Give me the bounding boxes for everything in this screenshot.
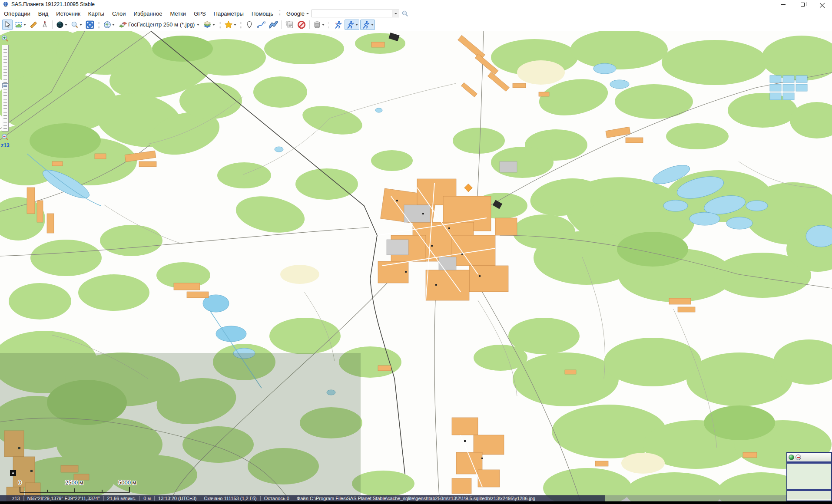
minimize-button[interactable]: [773, 0, 793, 9]
ruler-icon: [30, 21, 37, 29]
menu-settings[interactable]: Параметры: [210, 10, 248, 18]
placemark-manager-button[interactable]: [284, 20, 295, 30]
night-mode-globe-button[interactable]: [55, 20, 69, 30]
close-button[interactable]: [812, 0, 832, 9]
map-viewport[interactable]: 0 2500 м 5000 м z13: [0, 31, 832, 504]
status-bar: z13 N55°28'29,1379" E39°22'11,3374" 21,6…: [0, 495, 832, 501]
map-type-button[interactable]: ГосГисЦентр 250 м (*.jpg): [117, 20, 201, 30]
close-icon: [820, 2, 825, 7]
chevron-down-icon[interactable]: [371, 24, 374, 26]
status-coordinates: N55°28'29,1379" E39°22'11,3374": [27, 496, 100, 501]
app-logo-icon: [3, 1, 9, 7]
status-divider: [200, 496, 200, 501]
selection-tool-button[interactable]: [13, 20, 27, 30]
toolbar-gripper[interactable]: [279, 10, 281, 17]
zoom-tool-button[interactable]: [70, 20, 83, 30]
menu-view[interactable]: Вид: [34, 10, 53, 18]
star-icon: [224, 20, 233, 29]
pan-cursor-button[interactable]: [2, 20, 13, 30]
chevron-down-icon[interactable]: [112, 24, 115, 26]
menu-favorites[interactable]: Избранное: [130, 10, 166, 18]
add-path-button[interactable]: [255, 20, 267, 30]
chevron-down-icon[interactable]: [234, 24, 236, 26]
status-downloaded: Скачано 111153 (1,2 Гб): [204, 496, 256, 501]
globe-icon: [103, 21, 111, 29]
chevron-down-icon[interactable]: [355, 24, 358, 26]
zoom-level-label: z13: [1, 142, 10, 148]
add-polygon-button[interactable]: [268, 20, 279, 30]
goto-position-button[interactable]: [345, 20, 359, 30]
zoom-out-icon[interactable]: [1, 133, 9, 141]
chevron-down-icon[interactable]: [65, 24, 67, 26]
toolbar-gripper[interactable]: [328, 20, 330, 29]
chevron-down-icon[interactable]: [23, 24, 26, 26]
status-resolution: 21,66 м/пикс.: [107, 496, 136, 501]
runner-icon: [361, 20, 370, 29]
divider-tool-button[interactable]: [40, 20, 50, 30]
chevron-down-icon[interactable]: [197, 24, 199, 26]
menu-placemarks[interactable]: Метки: [166, 10, 190, 18]
map-source-globe-button[interactable]: [102, 20, 116, 30]
cache-mode-button[interactable]: [312, 20, 326, 30]
dark-globe-icon: [56, 21, 64, 29]
status-divider: [154, 496, 155, 501]
hide-placemarks-button[interactable]: [296, 20, 307, 30]
search-go-icon[interactable]: [401, 10, 409, 17]
select-region-icon: [15, 21, 23, 29]
map-source-label[interactable]: ГосГисЦентр 250 м (*.jpg): [127, 21, 196, 28]
search-combo: [312, 10, 399, 17]
minimize-icon: [781, 4, 786, 5]
search-history-dropdown[interactable]: [392, 10, 399, 17]
chevron-down-icon[interactable]: [80, 24, 82, 26]
goto-previous-button[interactable]: [332, 20, 344, 30]
zoom-in-icon[interactable]: [1, 35, 9, 43]
favorites-button[interactable]: [223, 20, 238, 30]
toolbar-gripper[interactable]: [98, 20, 100, 29]
map-marker-dot: [12, 472, 14, 474]
search-group: Google: [284, 10, 409, 17]
toolbar-gripper[interactable]: [219, 20, 221, 29]
goto-search-result-button[interactable]: [360, 20, 375, 30]
overview-zoom-out-button[interactable]: [796, 455, 801, 460]
restore-button[interactable]: [793, 0, 812, 9]
title-bar: SAS.Планета 191221.10095 Stable: [0, 0, 832, 9]
status-time: 13:13:20 (UTC+3): [158, 496, 196, 501]
menu-layers[interactable]: Слои: [108, 10, 130, 18]
search-input[interactable]: [312, 10, 392, 17]
overview-globe-button[interactable]: [789, 455, 794, 460]
database-icon: [313, 21, 321, 29]
overview-map-panel[interactable]: [786, 452, 832, 501]
zoom-slider[interactable]: [2, 45, 9, 132]
layers-stack-icon: [203, 21, 212, 29]
scale-mid-label: 2500 м: [65, 479, 83, 486]
layers-button[interactable]: [202, 20, 216, 30]
status-divider: [260, 496, 261, 501]
ruler-tool-button[interactable]: [28, 20, 39, 30]
status-divider: [103, 496, 104, 501]
window-title: SAS.Планета 191221.10095 Stable: [11, 1, 95, 7]
status-divider: [139, 496, 140, 501]
zoom-slider-thumb[interactable]: [2, 83, 8, 88]
fullscreen-button[interactable]: [84, 20, 96, 30]
status-divider: [23, 496, 24, 501]
chevron-down-icon[interactable]: [212, 24, 215, 26]
toolbar-gripper[interactable]: [240, 20, 242, 29]
zoom-panel: z13: [1, 35, 10, 148]
menu-source[interactable]: Источник: [52, 10, 84, 18]
map-canvas[interactable]: 0 2500 м 5000 м: [0, 31, 832, 504]
status-zoom: z13: [12, 496, 20, 501]
overview-map-content[interactable]: [787, 464, 831, 489]
search-provider-label[interactable]: Google: [284, 10, 306, 17]
menu-maps[interactable]: Карты: [84, 10, 108, 18]
zoom-slider-ticks: [3, 46, 7, 130]
add-placemark-button[interactable]: [244, 20, 255, 30]
fullscreen-icon: [86, 20, 94, 29]
chevron-down-icon[interactable]: [322, 24, 325, 26]
menu-help[interactable]: Помощь: [248, 10, 277, 18]
scale-end-label: 5000 м: [118, 479, 136, 486]
toolbar-separator: [281, 20, 282, 29]
menu-operations[interactable]: Операции: [0, 10, 34, 18]
polyline-icon: [257, 21, 265, 29]
menu-gps[interactable]: GPS: [190, 10, 209, 18]
search-provider-dropdown-icon[interactable]: [306, 13, 309, 14]
